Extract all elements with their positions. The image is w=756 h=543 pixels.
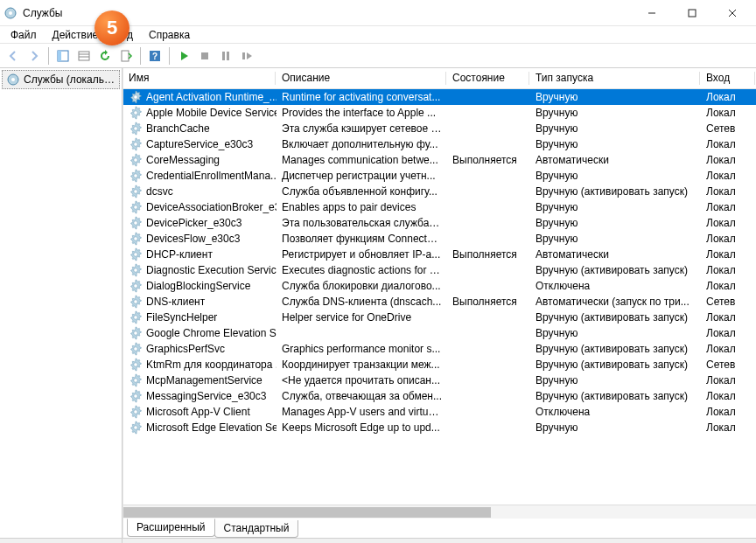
tree-node-label: Службы (локальные): [24, 73, 116, 86]
service-desc: Helper service for OneDrive: [276, 311, 447, 324]
service-list[interactable]: Agent Activation Runtime_...Runtime for …: [123, 89, 756, 505]
svg-point-25: [134, 143, 137, 146]
service-name: BranchCache: [146, 122, 210, 135]
table-row[interactable]: KtmRm для координатора ...Координирует т…: [123, 357, 756, 372]
service-name: MessagingService_e30c3: [146, 390, 266, 402]
table-row[interactable]: DeviceAssociationBroker_e3...Enables app…: [123, 199, 756, 215]
table-row[interactable]: CaptureService_e30c3Включает дополнитель…: [123, 136, 756, 152]
table-row[interactable]: BranchCacheЭта служба кэширует сетевое с…: [123, 121, 756, 136]
service-startup: Вручную (активировать запуск): [530, 390, 701, 402]
refresh-button[interactable]: [95, 46, 115, 66]
service-logon: Локал: [701, 390, 756, 402]
svg-point-40: [134, 379, 137, 382]
tab-extended[interactable]: Расширенный: [127, 519, 215, 537]
export-button[interactable]: [116, 46, 136, 66]
svg-rect-16: [201, 52, 208, 59]
properties-button[interactable]: [74, 46, 94, 66]
service-startup: Вручную: [530, 107, 701, 119]
column-name[interactable]: Имя: [123, 68, 276, 88]
svg-point-23: [134, 111, 137, 115]
menu-file[interactable]: Файл: [5, 27, 42, 43]
table-row[interactable]: McpManagementService<Не удается прочитат…: [123, 372, 756, 388]
service-startup: Автоматически: [530, 248, 701, 261]
minimize-button[interactable]: [632, 0, 672, 26]
table-row[interactable]: GraphicsPerfSvcGraphics performance moni…: [123, 341, 756, 357]
table-row[interactable]: DevicePicker_e30c3Эта пользовательская с…: [123, 215, 756, 231]
service-state: Выполняется: [447, 296, 530, 308]
column-logon[interactable]: Вход: [701, 68, 756, 88]
gear-icon: [129, 106, 143, 120]
table-row[interactable]: Diagnostic Execution ServiceExecutes dia…: [123, 262, 756, 278]
maximize-button[interactable]: [672, 0, 712, 26]
service-desc: Provides the interface to Apple ...: [276, 107, 447, 119]
service-name: CredentialEnrollmentMana...: [146, 170, 276, 182]
table-row[interactable]: CredentialEnrollmentMana...Диспетчер рег…: [123, 168, 756, 184]
table-row[interactable]: CoreMessagingManages communication betwe…: [123, 152, 756, 168]
service-desc: Keeps Microsoft Edge up to upd...: [276, 421, 447, 434]
column-startup[interactable]: Тип запуска: [530, 68, 701, 88]
menu-help[interactable]: Справка: [144, 27, 195, 43]
service-desc: Диспетчер регистрации учетн...: [276, 170, 447, 182]
table-row[interactable]: Google Chrome Elevation S...ВручнуюЛокал: [123, 325, 756, 341]
svg-point-37: [134, 331, 137, 335]
table-row[interactable]: Apple Mobile Device ServiceProvides the …: [123, 105, 756, 121]
table-row[interactable]: FileSyncHelperHelper service for OneDriv…: [123, 310, 756, 325]
service-name: Apple Mobile Device Service: [146, 107, 276, 119]
svg-rect-18: [227, 52, 229, 60]
back-button[interactable]: [4, 46, 23, 66]
gear-icon: [129, 279, 143, 293]
table-row[interactable]: dcsvcСлужба объявленной конфигу...Вручну…: [123, 184, 756, 199]
table-row[interactable]: Agent Activation Runtime_...Runtime for …: [123, 89, 756, 105]
service-logon: Сетев: [701, 122, 756, 135]
table-row[interactable]: Microsoft Edge Elevation Se...Keeps Micr…: [123, 420, 756, 435]
gear-icon: [129, 216, 143, 230]
svg-rect-17: [222, 52, 225, 60]
show-hide-tree-button[interactable]: [53, 46, 73, 66]
table-row[interactable]: DevicesFlow_e30c3Позволяет функциям Conn…: [123, 231, 756, 247]
column-state[interactable]: Состояние: [447, 68, 530, 88]
tree-node-services-local[interactable]: Службы (локальные): [2, 70, 120, 89]
svg-point-26: [134, 158, 137, 162]
svg-rect-13: [122, 51, 129, 61]
service-desc: <Не удается прочитать описан...: [276, 374, 447, 386]
gear-icon: [129, 122, 143, 136]
restart-service-button[interactable]: [237, 46, 256, 66]
svg-point-22: [134, 95, 137, 99]
service-name: Google Chrome Elevation S...: [146, 327, 276, 339]
toolbar: ?: [0, 44, 756, 68]
service-logon: Локал: [701, 406, 756, 418]
service-desc: Эта служба кэширует сетевое с...: [276, 122, 447, 135]
service-startup: Вручную: [530, 327, 701, 339]
table-row[interactable]: DNS-клиентСлужба DNS-клиента (dnscach...…: [123, 294, 756, 310]
column-description[interactable]: Описание: [276, 68, 447, 88]
service-desc: Manages communication betwe...: [276, 154, 447, 166]
table-row[interactable]: DHCP-клиентРегистрирует и обновляет IP-а…: [123, 247, 756, 262]
table-row[interactable]: Microsoft App-V ClientManages App-V user…: [123, 404, 756, 420]
pause-service-button[interactable]: [216, 46, 235, 66]
svg-rect-10: [79, 52, 89, 60]
close-button[interactable]: [712, 0, 752, 26]
svg-point-28: [134, 190, 137, 193]
gear-icon: [129, 389, 143, 403]
scroll-thumb[interactable]: [123, 507, 491, 518]
forward-button[interactable]: [24, 46, 44, 66]
table-row[interactable]: DialogBlockingServiceСлужба блокировки д…: [123, 278, 756, 294]
svg-rect-9: [58, 51, 61, 61]
gear-icon: [129, 373, 143, 387]
list-pane: Имя Описание Состояние Тип запуска Вход …: [122, 68, 756, 538]
help-button[interactable]: ?: [145, 46, 164, 66]
gear-icon: [129, 358, 143, 372]
gear-icon: [129, 405, 143, 419]
horizontal-scrollbar[interactable]: [123, 505, 756, 519]
tab-standard[interactable]: Стандартный: [214, 520, 299, 538]
tree-pane[interactable]: Службы (локальные): [0, 68, 122, 538]
svg-point-43: [134, 426, 137, 429]
svg-point-33: [134, 268, 137, 272]
service-name: Diagnostic Execution Service: [146, 264, 276, 276]
stop-service-button[interactable]: [195, 46, 214, 66]
service-logon: Локал: [701, 311, 756, 324]
service-startup: Вручную (активировать запуск): [530, 264, 701, 276]
table-row[interactable]: MessagingService_e30c3Служба, отвечающая…: [123, 388, 756, 404]
service-logon: Сетев: [701, 296, 756, 308]
start-service-button[interactable]: [174, 46, 193, 66]
